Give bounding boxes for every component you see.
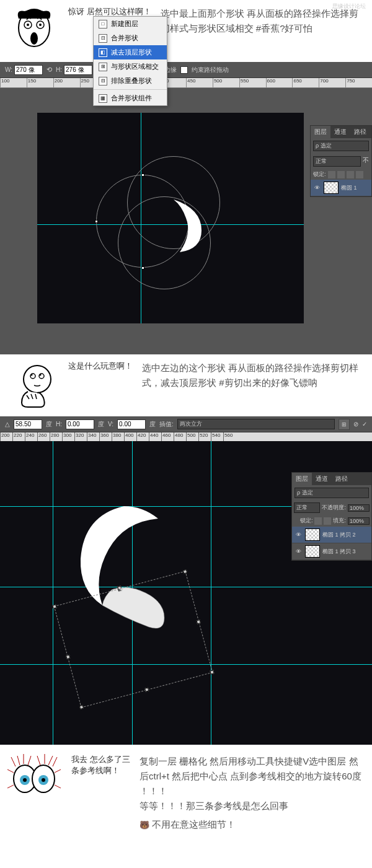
tab-channels[interactable]: 通道 xyxy=(312,473,332,485)
svg-point-10 xyxy=(40,374,42,376)
lock-all-icon[interactable] xyxy=(356,171,363,178)
svg-point-2 xyxy=(27,24,29,26)
options-bar: W: ⟲ H: ▦ ≡ ☰ 对齐边缘 约束路径拖动 xyxy=(0,62,372,78)
svg-point-16 xyxy=(42,778,45,782)
speech-bubble-3: 我去 怎么多了三条参考线啊！ xyxy=(71,754,133,776)
transform-handle[interactable] xyxy=(210,670,214,674)
transform-center-point[interactable]: ✦ xyxy=(117,585,122,590)
layer-row[interactable]: 👁 椭圆 1 拷贝 3 xyxy=(292,543,371,560)
layer-kind-select[interactable]: ρ 选定 xyxy=(313,141,369,151)
constrain-path-checkbox[interactable] xyxy=(180,66,188,74)
blend-mode-select[interactable]: 正常 xyxy=(294,502,320,513)
transform-handle[interactable] xyxy=(183,569,187,574)
v-skew-input[interactable] xyxy=(117,419,146,429)
tab-channels[interactable]: 通道 xyxy=(330,126,350,138)
section3-header: 我去 怎么多了三条参考线啊！ 复制一层 栅格化 然后用移动工具快捷键V选中图层 … xyxy=(0,745,372,841)
canvas-area-1: 图层 通道 路径 ρ 选定 正常 不 锁定: 👁 椭圆 1 xyxy=(0,88,372,354)
interpolation-select[interactable]: 两次立方 xyxy=(177,419,335,429)
instruction-2: 选中左边的这个形状 再从面板的路径操作选择剪切样式，减去顶层形状 #剪切出来的好… xyxy=(142,361,363,390)
blend-mode-select[interactable]: 正常 xyxy=(313,156,361,167)
speech-bubble-2: 这是什么玩意啊！ xyxy=(68,361,133,375)
lock-icon[interactable] xyxy=(314,517,322,525)
transform-handle[interactable] xyxy=(79,705,84,709)
layer-thumbnail[interactable] xyxy=(305,545,320,558)
menu-intersect[interactable]: ⊞与形状区域相交 xyxy=(94,59,167,74)
svg-point-15 xyxy=(23,778,27,782)
opacity-input[interactable] xyxy=(348,504,370,512)
visibility-icon[interactable]: 👁 xyxy=(312,185,321,191)
menu-combine[interactable]: ⊡合并形状 xyxy=(94,31,167,45)
anchor-point[interactable] xyxy=(141,173,144,177)
fill-input[interactable] xyxy=(348,517,370,525)
layer-row[interactable]: 👁 椭圆 1 拷贝 2 xyxy=(292,527,371,543)
layer-thumbnail[interactable] xyxy=(324,182,339,194)
layers-panel-1: 图层 通道 路径 ρ 选定 正常 不 锁定: 👁 椭圆 1 xyxy=(310,125,372,197)
layer-row[interactable]: 👁 椭圆 1 xyxy=(311,180,371,196)
photoshop-window-2: △ 度 H: 度 V: 度 插值: 两次立方 ⊞ ⊘ ✓ 20022024026… xyxy=(0,416,372,745)
anchor-point[interactable] xyxy=(141,266,144,270)
lock-position-icon[interactable] xyxy=(347,171,354,178)
visibility-icon[interactable]: 👁 xyxy=(294,548,303,555)
path-operations-menu: □新建图层 ⊡合并形状 ◧减去顶层形状 ⊞与形状区域相交 ⊟排除重叠形状 ▦合并… xyxy=(93,16,167,106)
shocked-eyes-meme xyxy=(6,754,65,797)
height-input[interactable] xyxy=(64,65,92,75)
crescent-shape xyxy=(170,196,205,255)
section2-header: 这是什么玩意啊！ 选中左边的这个形状 再从面板的路径操作选择剪切样式，减去顶层形… xyxy=(0,354,372,416)
menu-subtract-front[interactable]: ◧减去顶层形状 xyxy=(94,45,167,59)
commit-icon[interactable]: ✓ xyxy=(362,421,367,427)
visibility-icon[interactable]: 👁 xyxy=(294,532,303,538)
horizontal-ruler-2: 2002202402602803003203403603804004204404… xyxy=(0,432,372,441)
options-bar-2: △ 度 H: 度 V: 度 插值: 两次立方 ⊞ ⊘ ✓ xyxy=(0,416,372,432)
transform-handle[interactable] xyxy=(144,687,149,691)
instruction-1: 选中最上面那个形状 再从面板的路径操作选择剪切样式与形状区域相交 #香蕉?好可怕 xyxy=(161,6,363,36)
warp-icon[interactable]: ⊞ xyxy=(339,419,350,430)
layers-panel-2: 图层 通道 路径 ρ 选定 正常 不透明度: 锁定: 填充: 👁 xyxy=(291,472,372,561)
surprised-face-meme xyxy=(9,6,59,56)
layer-kind-select[interactable]: ρ 选定 xyxy=(294,488,369,498)
tab-layers[interactable]: 图层 xyxy=(292,473,312,485)
tab-layers[interactable]: 图层 xyxy=(311,126,330,138)
menu-merge-components[interactable]: ▦合并形状组件 xyxy=(94,91,167,105)
layer-thumbnail[interactable] xyxy=(305,528,320,541)
instruction-3: 复制一层 栅格化 然后用移动工具快捷键V选中图层 然后ctrl+t 然后把中心点… xyxy=(140,754,366,832)
lock-transparency-icon[interactable] xyxy=(328,171,335,178)
photoshop-window-1: W: ⟲ H: ▦ ≡ ☰ 对齐边缘 约束路径拖动 □新建图层 ⊡合并形状 ◧减… xyxy=(0,62,372,354)
width-input[interactable] xyxy=(14,65,43,75)
angle-input[interactable] xyxy=(14,419,42,429)
canvas-1[interactable] xyxy=(37,113,304,323)
thinking-face-meme xyxy=(9,361,59,410)
guide-vertical[interactable] xyxy=(211,441,211,745)
transform-handle[interactable] xyxy=(66,655,70,659)
h-skew-input[interactable] xyxy=(66,419,94,429)
lock-pixels-icon[interactable] xyxy=(337,171,345,178)
svg-point-6 xyxy=(24,366,51,393)
transform-handle[interactable] xyxy=(52,604,56,608)
transform-handle[interactable] xyxy=(197,620,201,624)
watermark: 思缘设计论坛 xyxy=(332,2,366,11)
section1-header: 惊讶 居然可以这样啊！ 选中最上面那个形状 再从面板的路径操作选择剪切样式与形状… xyxy=(0,0,372,62)
svg-point-5 xyxy=(30,32,38,45)
tab-paths[interactable]: 路径 xyxy=(332,473,352,485)
tab-paths[interactable]: 路径 xyxy=(350,126,370,138)
cancel-icon[interactable]: ⊘ xyxy=(353,421,358,427)
svg-point-8 xyxy=(31,374,33,376)
menu-exclude[interactable]: ⊟排除重叠形状 xyxy=(94,74,167,88)
guide-vertical[interactable] xyxy=(53,441,53,745)
lock-icon[interactable] xyxy=(324,517,331,525)
horizontal-ruler: 1001502002503003504004505005506006507007… xyxy=(0,78,372,88)
menu-new-layer[interactable]: □新建图层 xyxy=(94,17,167,31)
svg-point-4 xyxy=(39,24,42,26)
canvas-area-2[interactable]: ✦ 图层 通道 路径 ρ 选定 正常 不透明度: 锁定: 填充: xyxy=(0,441,372,745)
anchor-point[interactable] xyxy=(95,220,98,223)
bear-emoji-icon: 🐻 xyxy=(140,820,149,830)
